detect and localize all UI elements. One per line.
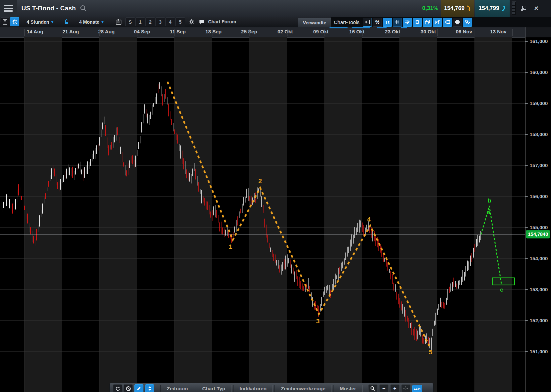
text-annotation-button[interactable]: Tt bbox=[383, 18, 392, 27]
buy-price-button[interactable]: 154,799 bbox=[475, 0, 510, 17]
price-ladder-button[interactable]: 1234 bbox=[412, 385, 422, 392]
buy-price: 154,799 bbox=[479, 5, 499, 12]
instrument-title: US T-Bond - Cash bbox=[21, 0, 76, 17]
svg-text:154,7840: 154,7840 bbox=[528, 232, 548, 237]
x-axis-label: 23 Okt bbox=[385, 29, 400, 34]
grid-button[interactable] bbox=[393, 18, 402, 27]
restore-window-button[interactable] bbox=[520, 4, 528, 12]
search-icon[interactable] bbox=[79, 4, 87, 12]
chart-tools-label: Chart-Tools bbox=[334, 19, 360, 25]
x-axis-separator bbox=[137, 29, 137, 36]
refresh-icon bbox=[115, 386, 120, 391]
x-axis-separator bbox=[287, 29, 288, 36]
text-tool-icon: Tt bbox=[385, 20, 389, 25]
x-axis-separator bbox=[174, 29, 175, 36]
chart-type-button[interactable] bbox=[413, 18, 422, 27]
svg-text:158,000: 158,000 bbox=[530, 131, 548, 137]
svg-text:3: 3 bbox=[316, 318, 320, 325]
chart-settings-button[interactable] bbox=[10, 17, 19, 26]
disable-drawing-button[interactable] bbox=[124, 384, 133, 392]
close-button[interactable]: × bbox=[532, 4, 540, 12]
x-axis-label: 11 Sep bbox=[170, 29, 186, 34]
zeitraum-button[interactable]: Zeitraum bbox=[160, 385, 194, 392]
svg-text:1: 1 bbox=[229, 243, 232, 250]
draw-mode-button[interactable] bbox=[134, 384, 143, 392]
overlapping-windows-icon bbox=[425, 19, 430, 25]
grid-icon bbox=[395, 19, 400, 25]
mini-scrollbar[interactable] bbox=[512, 1, 516, 15]
x-axis-header[interactable]: 14 Aug21 Aug28 Aug04 Sep11 Sep18 Sep25 S… bbox=[0, 27, 525, 38]
muster-button[interactable]: Muster bbox=[334, 385, 363, 392]
x-axis-separator bbox=[400, 29, 400, 36]
svg-text:151,000: 151,000 bbox=[530, 349, 548, 354]
chevron-down-icon: ▼ bbox=[50, 20, 54, 24]
chart-toolbar: 4 Stunden ▼ 4 Monate ▼ S 1 2 3 4 5 Chart… bbox=[0, 17, 551, 28]
price-label-button[interactable] bbox=[443, 18, 452, 27]
hamburger-menu-button[interactable] bbox=[0, 0, 17, 17]
svg-text:a: a bbox=[487, 209, 490, 216]
bar-size-button-s[interactable]: S bbox=[125, 17, 135, 26]
sell-price-button[interactable]: 154,769 bbox=[441, 0, 474, 17]
bar-size-button-5[interactable]: 5 bbox=[175, 17, 185, 26]
svg-text:c: c bbox=[500, 287, 503, 293]
chart-forum-label[interactable]: Chart Forum bbox=[208, 19, 236, 24]
range-select[interactable]: 4 Monate ▼ bbox=[73, 17, 110, 26]
x-axis-separator bbox=[512, 29, 513, 36]
printer-icon bbox=[455, 19, 460, 25]
price-chart[interactable]: 12345bac161,000160,000159,000158,000157,… bbox=[0, 37, 551, 392]
print-button[interactable] bbox=[453, 18, 462, 27]
svg-text:5: 5 bbox=[429, 349, 433, 356]
speech-bubble-icon bbox=[199, 19, 205, 25]
week-bands bbox=[24, 37, 512, 392]
spread-toggle-button[interactable] bbox=[145, 384, 154, 392]
duplicate-chart-button[interactable] bbox=[423, 18, 432, 27]
crosshair-button[interactable] bbox=[401, 384, 411, 392]
refresh-button[interactable] bbox=[113, 384, 122, 392]
lock-interval-button[interactable] bbox=[62, 17, 71, 26]
draw-on-grid-button[interactable] bbox=[403, 18, 412, 27]
x-axis-label: 21 Aug bbox=[62, 29, 79, 34]
zoom-tool-button[interactable] bbox=[368, 384, 378, 392]
calendar-button[interactable] bbox=[113, 17, 123, 26]
svg-text:4: 4 bbox=[367, 216, 371, 223]
zoom-in-button[interactable]: + bbox=[390, 384, 400, 392]
compare-candles-icon bbox=[435, 19, 440, 25]
quote-panel-button[interactable] bbox=[1, 17, 9, 26]
chart-forum-icon-button[interactable] bbox=[197, 17, 206, 26]
price-tag-icon bbox=[445, 20, 450, 24]
axis-corner bbox=[525, 27, 551, 38]
bar-size-button-1[interactable]: 1 bbox=[135, 17, 145, 26]
svg-text:161,000: 161,000 bbox=[530, 38, 548, 44]
arrow-left-bar-icon bbox=[365, 20, 370, 24]
compare-button[interactable] bbox=[433, 18, 442, 27]
bar-size-button-2[interactable]: 2 bbox=[145, 17, 155, 26]
change-percent: 0,31% bbox=[413, 0, 438, 17]
zeichenwerkzeuge-button[interactable]: Zeichenwerkzeuge bbox=[274, 385, 332, 392]
x-axis-separator bbox=[99, 29, 100, 36]
chart-preferences-button[interactable] bbox=[463, 18, 472, 27]
x-axis-separator bbox=[437, 29, 438, 36]
interval-select[interactable]: 4 Stunden ▼ bbox=[22, 17, 59, 26]
x-axis-separator bbox=[249, 29, 250, 36]
x-axis-label: 18 Sep bbox=[205, 29, 221, 34]
chart-typ-button[interactable]: Chart Typ bbox=[196, 385, 231, 392]
bar-size-button-3[interactable]: 3 bbox=[155, 17, 165, 26]
settings-button[interactable] bbox=[187, 17, 196, 26]
pattern-marker bbox=[352, 27, 370, 28]
svg-text:153,000: 153,000 bbox=[530, 287, 548, 292]
svg-text:159,000: 159,000 bbox=[530, 100, 548, 106]
price-down-arrow-icon bbox=[467, 5, 471, 11]
indikatoren-button[interactable]: Indikatoren bbox=[233, 385, 273, 392]
x-axis-label: 09 Okt bbox=[313, 29, 329, 34]
related-tab[interactable]: Verwandte bbox=[298, 18, 331, 27]
bar-size-button-4[interactable]: 4 bbox=[165, 17, 175, 26]
percent-scale-button[interactable]: % bbox=[373, 18, 382, 27]
magnifier-icon bbox=[370, 386, 375, 391]
pencil-icon bbox=[136, 386, 141, 391]
undo-drawing-button[interactable] bbox=[363, 18, 372, 27]
zoom-out-button[interactable]: − bbox=[379, 384, 389, 392]
svg-text:154,000: 154,000 bbox=[530, 256, 548, 261]
sell-price: 154,769 bbox=[444, 5, 464, 12]
grid-pencil-icon bbox=[405, 19, 410, 25]
gear-icon bbox=[189, 19, 194, 25]
